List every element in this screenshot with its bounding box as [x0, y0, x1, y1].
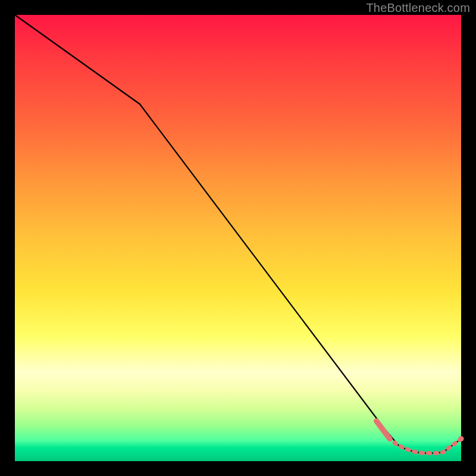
bottleneck-curve-path [15, 15, 461, 453]
plot-area [15, 15, 461, 461]
highlight-marker-group [377, 421, 464, 453]
chart-svg [15, 15, 461, 461]
watermark-text: TheBottleneck.com [366, 1, 470, 15]
chart-frame: TheBottleneck.com [0, 0, 476, 476]
highlight-end-dot [459, 436, 464, 441]
highlight-dash-path [377, 421, 462, 453]
